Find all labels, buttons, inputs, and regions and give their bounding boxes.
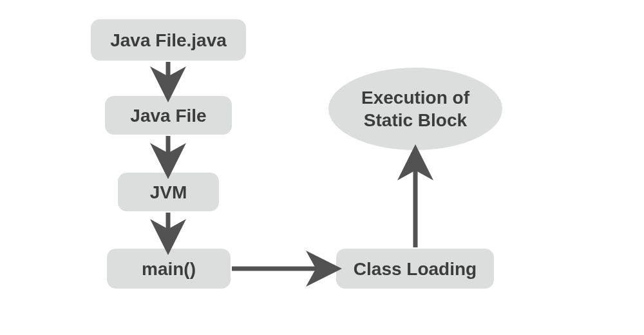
node-class-loading: Class Loading	[336, 249, 494, 289]
node-label: Java File.java	[110, 29, 227, 52]
node-main: main()	[107, 249, 231, 289]
node-label: Java File	[130, 104, 206, 127]
node-label: Execution of Static Block	[361, 86, 469, 131]
node-jvm: JVM	[118, 173, 219, 211]
diagram-canvas: Java File.java Java File JVM main() Clas…	[0, 0, 644, 335]
node-execution-static-block: Execution of Static Block	[328, 68, 502, 150]
node-java-file-java: Java File.java	[91, 19, 246, 61]
node-label: Class Loading	[354, 258, 477, 280]
node-label: JVM	[150, 181, 187, 204]
node-label: main()	[142, 258, 196, 280]
node-java-file: Java File	[105, 96, 232, 135]
